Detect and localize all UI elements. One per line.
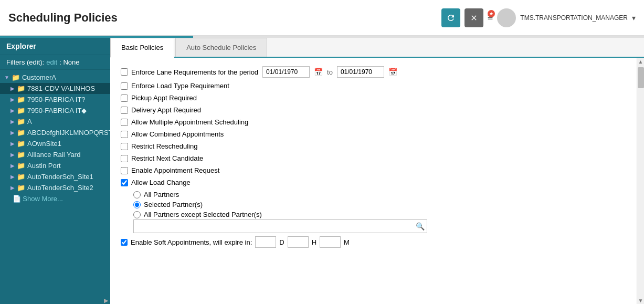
expand-icon-7950a: ▶ [10, 97, 15, 102]
radio-all-except-label[interactable]: All Partners except Selected Partner(s) [133, 211, 626, 218]
sidebar-item-label-alliance: Alliance Rail Yard [27, 151, 80, 159]
calendar-from-icon[interactable]: 📅 [314, 68, 323, 76]
content-scrollbar[interactable]: ▲ ▼ [637, 58, 644, 304]
restrict-next-checkbox[interactable] [121, 155, 128, 162]
radio-all-partners[interactable] [133, 191, 141, 198]
form-area: Enforce Lane Requirements for the period… [110, 58, 637, 304]
page-title: Scheduling Policies [8, 11, 118, 25]
folder-icon-aownsite1: 📁 [17, 140, 25, 148]
sidebar-item-7881[interactable]: ▶ 📁 7881-CDV VALINHOS [0, 83, 110, 94]
allow-combined-label[interactable]: Allow Combined Appointments [121, 130, 224, 138]
folder-icon-7950a: 📁 [17, 96, 25, 103]
sidebar-item-abcdef[interactable]: ▶ 📁 ABCDefghIJKLMNOPQRSTUVW [0, 127, 110, 138]
sidebar-tree[interactable]: ▼ 📁 CustomerA ▶ 📁 7881-CDV VALINHOS ▶ 📁 … [0, 70, 110, 297]
sidebar-item-alliance[interactable]: ▶ 📁 Alliance Rail Yard [0, 149, 110, 160]
delivery-appt-checkbox[interactable] [121, 107, 128, 114]
allow-multiple-label[interactable]: Allow Multiple Appointment Scheduling [121, 118, 248, 126]
sidebar-item-label-autotender2: AutoTenderSch_Site2 [27, 184, 93, 192]
enforce-lane-label[interactable]: Enforce Lane Requirements for the period [121, 68, 258, 76]
pickup-appt-checkbox[interactable] [121, 95, 128, 102]
date-from-input[interactable] [262, 66, 310, 78]
soft-d-label: D [279, 238, 284, 246]
notification-badge: ★ [488, 10, 495, 17]
expand-icon-austin: ▶ [10, 163, 15, 169]
folder-icon-abcdef: 📁 [17, 129, 25, 137]
radio-all-except[interactable] [133, 211, 141, 218]
restrict-rescheduling-label[interactable]: Restrict Rescheduling [121, 142, 197, 150]
expand-icon-autotender2: ▶ [10, 185, 15, 191]
folder-icon-austin: 📁 [17, 162, 25, 170]
expand-icon-aownsite1: ▶ [10, 141, 15, 146]
refresh-button[interactable] [441, 8, 460, 27]
sidebar-item-label-austin: Austin Port [27, 162, 61, 170]
sidebar-item-7950a[interactable]: ▶ 📁 7950-FABRICA IT? [0, 94, 110, 105]
radio-selected-partners-label[interactable]: Selected Partner(s) [133, 201, 626, 208]
restrict-rescheduling-row: Restrict Rescheduling [121, 142, 626, 150]
allow-load-change-label[interactable]: Allow Load Change [121, 179, 191, 186]
enforce-load-type-label[interactable]: Enforce Load Type Requirement [121, 82, 229, 90]
soft-m-label: M [344, 238, 350, 246]
user-name: TMS.TRANSPORTATION_MANAGER [520, 14, 628, 22]
soft-d-input[interactable] [255, 236, 276, 248]
enable-soft-appt-row: Enable Soft Appointments, will expire in… [121, 236, 626, 248]
partner-search-input[interactable] [136, 221, 416, 232]
enforce-load-type-checkbox[interactable] [121, 82, 128, 90]
sidebar-item-austin[interactable]: ▶ 📁 Austin Port [0, 160, 110, 171]
radio-all-partners-label[interactable]: All Partners [133, 191, 626, 198]
filter-edit-link[interactable]: edit [46, 58, 57, 66]
scroll-right-icon[interactable]: ▶ [104, 297, 108, 304]
sidebar-item-label-abcdef: ABCDefghIJKLMNOPQRSTUVW [27, 129, 110, 137]
allow-multiple-row: Allow Multiple Appointment Scheduling [121, 118, 626, 126]
tab-basic-policies[interactable]: Basic Policies [110, 38, 174, 58]
sidebar-item-autotender1[interactable]: ▶ 📁 AutoTenderSch_Site1 [0, 171, 110, 182]
menu-container: ≡ ★ [488, 12, 493, 23]
allow-combined-checkbox[interactable] [121, 131, 128, 138]
sidebar-item-aownsite1[interactable]: ▶ 📁 AOwnSite1 [0, 138, 110, 149]
calendar-to-icon[interactable]: 📅 [388, 68, 397, 76]
partner-search-row: 🔍 [133, 219, 626, 233]
close-button[interactable] [464, 8, 483, 27]
delivery-appt-row: Delivery Appt Required [121, 106, 626, 114]
avatar [497, 8, 516, 27]
sidebar-item-customerA[interactable]: ▼ 📁 CustomerA [0, 72, 110, 83]
partner-radio-group: All Partners Selected Partner(s) All Par… [133, 191, 626, 218]
scroll-down-arrow[interactable]: ▼ [637, 297, 645, 304]
content-wrapper: Enforce Lane Requirements for the period… [110, 58, 644, 304]
sidebar-item-label-a: A [27, 118, 32, 125]
radio-selected-partners[interactable] [133, 201, 141, 208]
soft-h-label: H [312, 238, 316, 246]
enable-appt-request-checkbox[interactable] [121, 167, 128, 174]
tab-auto-schedule-policies[interactable]: Auto Schedule Policies [175, 38, 267, 57]
folder-icon-autotender2: 📁 [17, 184, 25, 192]
header-controls: ≡ ★ TMS.TRANSPORTATION_MANAGER ▾ [441, 8, 636, 27]
expand-icon-7950b: ▶ [10, 108, 15, 113]
pickup-appt-label[interactable]: Pickup Appt Required [121, 94, 197, 102]
enable-soft-appt-checkbox[interactable] [121, 239, 128, 246]
sidebar-item-autotender2[interactable]: ▶ 📁 AutoTenderSch_Site2 [0, 182, 110, 193]
expand-icon-autotender1: ▶ [10, 174, 15, 180]
delivery-appt-label[interactable]: Delivery Appt Required [121, 106, 201, 114]
header: Scheduling Policies ≡ ★ TMS.TRANSPORTATI… [0, 0, 644, 36]
sidebar-filter: Filters (edit): edit : None [0, 55, 110, 70]
main-layout: Explorer Filters (edit): edit : None ▼ 📁… [0, 38, 644, 304]
show-more-link[interactable]: 📄 Show More... [0, 193, 110, 204]
folder-icon-autotender1: 📁 [17, 173, 25, 181]
sidebar-item-a[interactable]: ▶ 📁 A [0, 116, 110, 127]
restrict-next-row: Restrict Next Candidate [121, 154, 626, 162]
enforce-lane-checkbox[interactable] [121, 68, 128, 76]
allow-multiple-checkbox[interactable] [121, 119, 128, 126]
allow-load-change-checkbox[interactable] [121, 179, 128, 186]
soft-h-input[interactable] [288, 236, 309, 248]
date-to-input[interactable] [337, 66, 384, 78]
filter-label: Filters (edit): [6, 58, 44, 66]
partner-search-button[interactable]: 🔍 [416, 222, 425, 230]
sidebar-item-7950b[interactable]: ▶ 📁 7950-FABRICA IT◆ [0, 105, 110, 116]
scroll-up-arrow[interactable]: ▲ [637, 58, 645, 65]
user-dropdown-button[interactable]: ▾ [632, 14, 636, 22]
restrict-rescheduling-checkbox[interactable] [121, 143, 128, 150]
soft-m-input[interactable] [320, 236, 341, 248]
scroll-thumb[interactable] [638, 67, 644, 88]
restrict-next-label[interactable]: Restrict Next Candidate [121, 154, 203, 162]
tabs-bar: Basic Policies Auto Schedule Policies [110, 38, 644, 58]
enable-appt-request-label[interactable]: Enable Appointment Request [121, 166, 219, 174]
